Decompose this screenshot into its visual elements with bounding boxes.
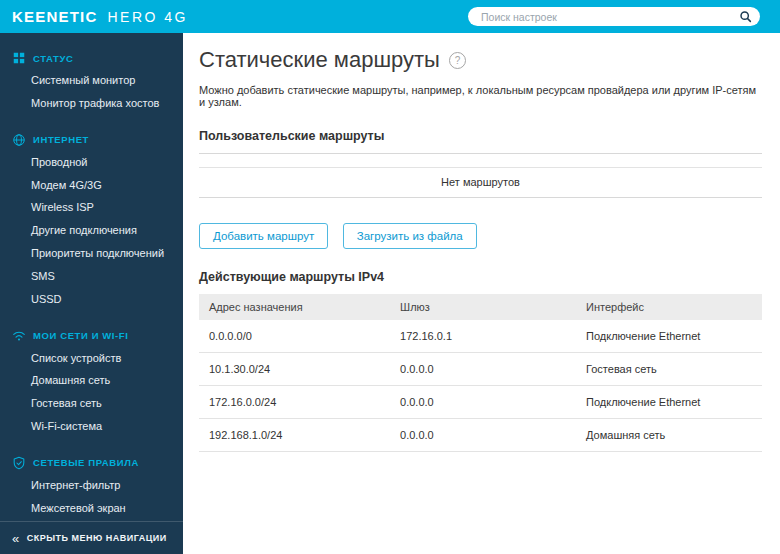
globe-icon — [12, 133, 26, 147]
cell-destination: 192.168.1.0/24 — [199, 419, 390, 452]
column-destination: Адрес назначения — [199, 294, 390, 320]
cell-destination: 0.0.0.0/0 — [199, 320, 390, 353]
sidebar-section-status: СТАТУС Системный мониторМонитор трафика … — [0, 47, 183, 115]
sidebar-items: ПроводнойМодем 4G/3GWireless ISPДругие п… — [0, 151, 183, 311]
search-icon[interactable] — [739, 10, 752, 23]
table-row: 10.1.30.0/24 0.0.0.0 Гостевая сеть — [199, 353, 762, 386]
active-routes-table: Адрес назначения Шлюз Интерфейс 0.0.0.0/… — [199, 294, 762, 452]
collapse-menu-button[interactable]: « СКРЫТЬ МЕНЮ НАВИГАЦИИ — [0, 521, 183, 554]
cell-gateway: 0.0.0.0 — [390, 419, 576, 452]
sidebar-section-label: МОИ СЕТИ И WI-FI — [33, 330, 129, 341]
empty-routes-message: Нет маршрутов — [199, 168, 762, 197]
help-icon[interactable]: ? — [449, 52, 466, 69]
sidebar-item[interactable]: Модем 4G/3G — [0, 174, 183, 197]
main-content: Статические маршруты ? Можно добавить ст… — [183, 33, 780, 554]
sidebar-items: Системный мониторМонитор трафика хостов — [0, 69, 183, 115]
sidebar-item[interactable]: USSD — [0, 288, 183, 311]
sidebar-items: Список устройствДомашняя сетьГостевая се… — [0, 347, 183, 438]
sidebar-section-header: СТАТУС — [0, 47, 183, 69]
column-gateway: Шлюз — [390, 294, 576, 320]
search-box[interactable] — [468, 7, 760, 26]
sidebar-item[interactable]: Монитор трафика хостов — [0, 92, 183, 115]
sidebar-item[interactable]: Список устройств — [0, 347, 183, 370]
brand-logo: KEENETIC — [12, 8, 97, 25]
table-row: 172.16.0.0/24 0.0.0.0 Подключение Ethern… — [199, 386, 762, 419]
title-row: Статические маршруты ? — [199, 47, 762, 73]
sidebar-item[interactable]: SMS — [0, 265, 183, 288]
search-input[interactable] — [479, 10, 739, 24]
cell-gateway: 0.0.0.0 — [390, 386, 576, 419]
shield-check-icon — [12, 456, 26, 470]
cell-destination: 10.1.30.0/24 — [199, 353, 390, 386]
user-routes-heading: Пользовательские маршруты — [199, 129, 762, 143]
sidebar-section-label: ИНТЕРНЕТ — [33, 134, 89, 145]
collapse-menu-label: СКРЫТЬ МЕНЮ НАВИГАЦИИ — [27, 533, 167, 543]
cell-interface: Подключение Ethernet — [576, 320, 762, 353]
sidebar-section-label: СЕТЕВЫЕ ПРАВИЛА — [33, 457, 139, 468]
user-routes-actions: Добавить маршрут Загрузить из файла — [199, 223, 762, 249]
sidebar-section-header: ИНТЕРНЕТ — [0, 129, 183, 151]
table-row: 0.0.0.0/0 172.16.0.1 Подключение Etherne… — [199, 320, 762, 353]
topbar: KEENETIC HERO 4G — [0, 0, 780, 33]
active-routes-heading: Действующие маршруты IPv4 — [199, 270, 762, 284]
sidebar-item[interactable]: Гостевая сеть — [0, 392, 183, 415]
add-route-button[interactable]: Добавить маршрут — [199, 223, 328, 249]
sidebar-section-header: СЕТЕВЫЕ ПРАВИЛА — [0, 452, 183, 474]
user-routes-table-header — [199, 154, 762, 168]
sidebar: СТАТУС Системный мониторМонитор трафика … — [0, 33, 183, 554]
load-from-file-button[interactable]: Загрузить из файла — [343, 223, 477, 249]
sidebar-item[interactable]: Системный монитор — [0, 69, 183, 92]
sidebar-section-header: МОИ СЕТИ И WI-FI — [0, 325, 183, 347]
cell-interface: Подключение Ethernet — [576, 386, 762, 419]
cell-interface: Домашняя сеть — [576, 419, 762, 452]
cell-destination: 172.16.0.0/24 — [199, 386, 390, 419]
sidebar-section-networks-wifi: МОИ СЕТИ И WI-FI Список устройствДомашня… — [0, 325, 183, 438]
status-grid-icon — [12, 51, 26, 65]
sidebar-item[interactable]: Межсетевой экран — [0, 497, 183, 520]
sidebar-item[interactable]: Приоритеты подключений — [0, 242, 183, 265]
sidebar-item[interactable]: Проводной — [0, 151, 183, 174]
user-routes-table: Нет маршрутов — [199, 153, 762, 198]
table-row: 192.168.1.0/24 0.0.0.0 Домашняя сеть — [199, 419, 762, 452]
column-interface: Интерфейс — [576, 294, 762, 320]
cell-gateway: 0.0.0.0 — [390, 353, 576, 386]
active-routes-rows: 0.0.0.0/0 172.16.0.1 Подключение Etherne… — [199, 320, 762, 452]
sidebar-item[interactable]: Интернет-фильтр — [0, 474, 183, 497]
page: KEENETIC HERO 4G СТАТУС — [0, 0, 780, 554]
table-header-row: Адрес назначения Шлюз Интерфейс — [199, 294, 762, 320]
sidebar-item[interactable]: Другие подключения — [0, 219, 183, 242]
sidebar-item[interactable]: Wi-Fi-система — [0, 415, 183, 438]
page-description: Можно добавить статические маршруты, нап… — [199, 84, 762, 108]
cell-interface: Гостевая сеть — [576, 353, 762, 386]
sidebar-item[interactable]: Wireless ISP — [0, 196, 183, 219]
sidebar-section-internet: ИНТЕРНЕТ ПроводнойМодем 4G/3GWireless IS… — [0, 129, 183, 311]
sidebar-section-label: СТАТУС — [33, 53, 73, 64]
sidebar-item[interactable]: Домашняя сеть — [0, 369, 183, 392]
wifi-icon — [12, 329, 26, 343]
cell-gateway: 172.16.0.1 — [390, 320, 576, 353]
page-title: Статические маршруты — [199, 47, 440, 73]
device-model: HERO 4G — [107, 9, 188, 25]
double-chevron-left-icon: « — [12, 532, 20, 545]
